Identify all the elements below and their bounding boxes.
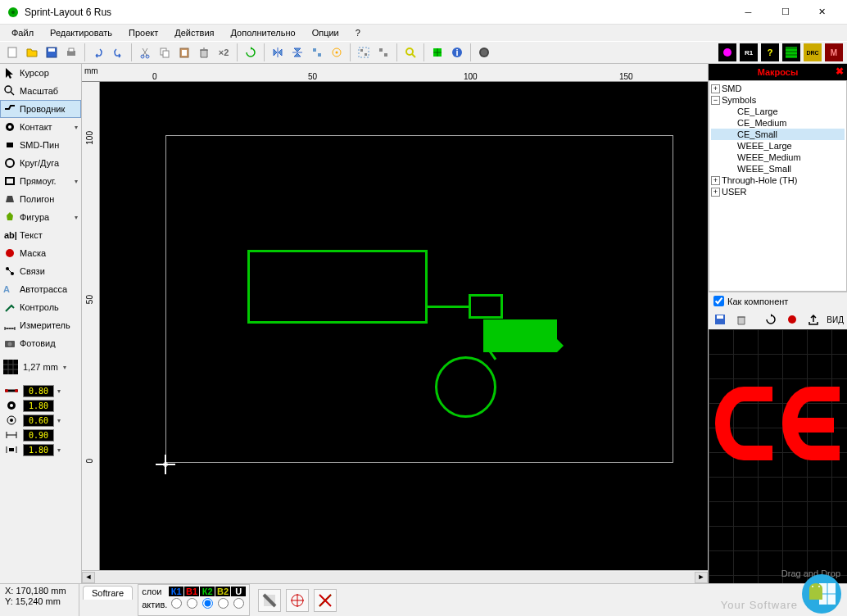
status-ground-button[interactable] [258, 589, 281, 612]
tree-ce-small[interactable]: CE_Small [711, 129, 845, 140]
menu-help[interactable]: ? [349, 26, 367, 39]
menu-edit[interactable]: Редактировать [43, 26, 119, 39]
minimize-button[interactable]: ─ [730, 0, 767, 25]
copy-button[interactable] [156, 43, 174, 61]
tool-circle[interactable]: Круг/Дуга [0, 154, 81, 172]
status-connections-button[interactable] [314, 589, 337, 612]
tool-rect[interactable]: Прямоуг.▾ [0, 172, 81, 190]
macro-save-button[interactable] [712, 311, 728, 328]
paste-button[interactable] [175, 43, 193, 61]
panel-btn-help[interactable]: ? [761, 43, 779, 61]
macro-export-button[interactable] [805, 311, 822, 328]
tree-ce-large[interactable]: CE_Large [711, 106, 845, 117]
tree-weee-small[interactable]: WEEE_Small [711, 163, 845, 174]
layer-radio-b1[interactable] [187, 598, 197, 609]
drawn-rectangle-large[interactable] [247, 250, 428, 324]
tool-poly[interactable]: Полигон [0, 190, 81, 208]
param-w1[interactable]: 0.80▾ [3, 383, 78, 398]
tree-ce-medium[interactable]: CE_Medium [711, 117, 845, 129]
new-button[interactable] [3, 43, 21, 61]
param-w5[interactable]: 1.80▾ [3, 442, 78, 457]
menu-file[interactable]: Файл [5, 26, 40, 39]
open-button[interactable] [23, 43, 41, 61]
tool-pad[interactable]: Контакт▾ [0, 118, 81, 136]
pcb-canvas[interactable] [100, 82, 708, 570]
svg-text:A: A [3, 284, 10, 294]
cut-button[interactable] [136, 43, 154, 61]
save-button[interactable] [43, 43, 61, 61]
tool-test[interactable]: Контроль [0, 298, 81, 316]
duplicate-button[interactable]: ×2 [215, 43, 233, 61]
tool-smd[interactable]: SMD-Пин [0, 136, 81, 154]
canvas-area: mm 0 50 100 150 100 50 0 ◄ [82, 64, 708, 583]
param-w4[interactable]: 0.90 [3, 428, 78, 442]
tree-symbols[interactable]: −Symbols [711, 94, 845, 106]
board-tab[interactable]: Softrare [83, 586, 133, 600]
macro-delete-button[interactable] [733, 311, 750, 328]
tool-shape[interactable]: Фигура▾ [0, 208, 81, 226]
layer-radio-k2[interactable] [202, 598, 213, 609]
scanned-copy-button[interactable] [475, 43, 493, 61]
rotate-button[interactable] [242, 43, 260, 61]
snap-button[interactable] [328, 43, 346, 61]
panel-btn-1[interactable] [718, 43, 736, 61]
w5-icon [3, 444, 20, 455]
tool-track[interactable]: Проводник [0, 100, 81, 118]
align-button[interactable] [308, 43, 326, 61]
panel-btn-macro[interactable]: M [825, 43, 843, 61]
tool-measure[interactable]: Измеритель [0, 316, 81, 334]
transparent-button[interactable] [428, 43, 446, 61]
tool-cursor[interactable]: Курсор [0, 64, 81, 82]
layer-radio-u[interactable] [233, 598, 244, 609]
maximize-button[interactable]: ☐ [767, 0, 804, 25]
redo-button[interactable] [109, 43, 127, 61]
ruler-vertical: 100 50 0 [82, 82, 100, 570]
macro-record-button[interactable] [784, 311, 800, 328]
panel-btn-r1[interactable]: R1 [740, 43, 758, 61]
param-w3[interactable]: 0.60▾ [3, 413, 78, 428]
tool-text[interactable]: ab|Текст [0, 226, 81, 244]
macros-tree[interactable]: +SMD −Symbols CE_Large CE_Medium CE_Smal… [709, 80, 847, 292]
tool-link[interactable]: Связи [0, 262, 81, 280]
menu-extra[interactable]: Дополнительно [224, 26, 301, 39]
tree-weee-medium[interactable]: WEEE_Medium [711, 152, 845, 163]
zoom-button[interactable] [401, 43, 419, 61]
close-button[interactable]: ✕ [804, 0, 840, 25]
horizontal-scrollbar[interactable]: ◄► [82, 570, 708, 583]
drawn-track-1[interactable] [428, 306, 469, 308]
menu-project[interactable]: Проект [122, 26, 165, 39]
undo-button[interactable] [89, 43, 107, 61]
panel-btn-drc[interactable]: DRC [804, 43, 822, 61]
macros-close-icon[interactable]: ✖ [836, 66, 844, 77]
panel-btn-grid[interactable] [782, 43, 800, 61]
delete-button[interactable] [195, 43, 213, 61]
menu-actions[interactable]: Действия [168, 26, 220, 39]
tool-auto[interactable]: AАвтотрасса [0, 280, 81, 298]
ungroup-button[interactable] [374, 43, 392, 61]
group-button[interactable] [355, 43, 373, 61]
test-icon [3, 301, 16, 314]
drawn-rectangle-small[interactable] [469, 294, 503, 319]
status-origin-button[interactable] [286, 589, 309, 612]
tool-zoom[interactable]: Масштаб [0, 82, 81, 100]
macro-preview[interactable]: Drag and Drop [709, 329, 847, 583]
grid-size-row[interactable]: 1,27 mm ▾ [0, 357, 81, 377]
layer-radio-k1[interactable] [171, 598, 182, 609]
tree-weee-large[interactable]: WEEE_Large [711, 140, 845, 152]
info-button[interactable]: i [448, 43, 466, 61]
tree-user[interactable]: +USER [711, 186, 845, 197]
param-w2[interactable]: 1.80 [3, 398, 78, 413]
tree-th[interactable]: +Through-Hole (TH) [711, 174, 845, 186]
drawn-circle[interactable] [435, 356, 496, 418]
layer-radio-b2[interactable] [218, 598, 229, 609]
print-button[interactable] [62, 43, 80, 61]
as-component-checkbox[interactable] [713, 296, 724, 306]
macro-rotate-button[interactable] [763, 311, 779, 328]
tool-mask[interactable]: Маска [0, 244, 81, 262]
mirror-v-button[interactable] [288, 43, 306, 61]
menu-options[interactable]: Опции [306, 26, 346, 39]
drawn-filled-shape[interactable] [483, 319, 557, 352]
tree-smd[interactable]: +SMD [711, 83, 845, 94]
mirror-h-button[interactable] [269, 43, 287, 61]
tool-photo[interactable]: Фотовид [0, 334, 81, 352]
